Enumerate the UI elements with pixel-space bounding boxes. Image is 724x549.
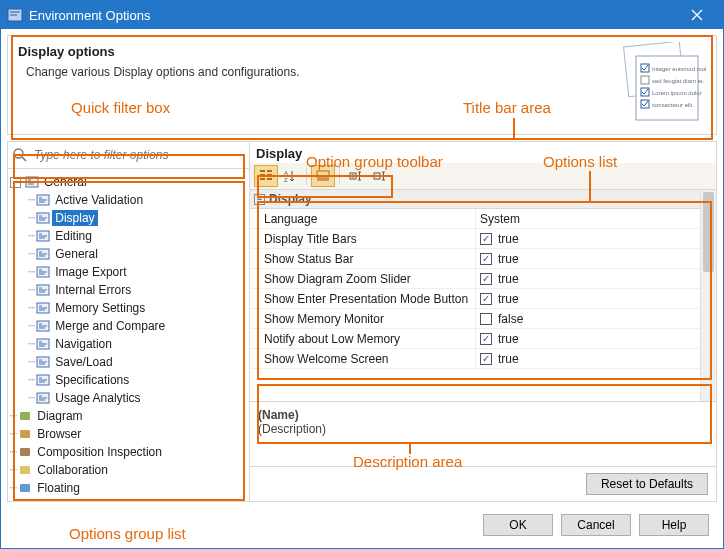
svg-rect-35	[267, 174, 272, 176]
svg-point-11	[14, 149, 23, 158]
checkbox[interactable]: ✓	[480, 233, 492, 245]
ok-button[interactable]: OK	[483, 514, 553, 536]
tree-item[interactable]: Editing	[52, 228, 95, 244]
tree-item[interactable]: Usage Analytics	[52, 390, 143, 406]
tree-item-general[interactable]: General	[41, 174, 90, 190]
svg-rect-39	[317, 171, 329, 177]
option-value: true	[498, 352, 519, 366]
option-row[interactable]: Show Enter Presentation Mode Button✓true	[250, 289, 700, 309]
svg-rect-40	[317, 178, 329, 181]
option-row[interactable]: Show Diagram Zoom Slider✓true	[250, 269, 700, 289]
toolbar-categorized-button[interactable]	[254, 165, 278, 187]
scrollbar[interactable]	[700, 190, 716, 401]
leaf-icon	[36, 211, 50, 225]
app-icon	[7, 7, 23, 23]
checkbox[interactable]: ✓	[480, 273, 492, 285]
filter-input[interactable]	[32, 146, 245, 164]
svg-text:Z: Z	[284, 177, 288, 183]
tree-item[interactable]: Collaboration	[34, 462, 111, 478]
tree-item[interactable]: Specifications	[52, 372, 132, 388]
header-subtitle: Change various Display options and confi…	[26, 65, 706, 79]
tree-item[interactable]: Browser	[34, 426, 84, 442]
search-icon	[12, 147, 28, 163]
leaf-icon	[36, 229, 50, 243]
svg-text:A: A	[284, 170, 288, 176]
option-name: Show Status Bar	[250, 252, 475, 266]
category-icon	[18, 463, 32, 477]
option-name: Show Memory Monitor	[250, 312, 475, 326]
leaf-icon	[36, 373, 50, 387]
tree-item[interactable]: Composition Inspection	[34, 444, 165, 460]
svg-rect-36	[267, 178, 272, 180]
checkbox[interactable]: ✓	[480, 253, 492, 265]
option-value: System	[480, 212, 520, 226]
tree-item[interactable]: Network	[34, 498, 84, 501]
option-name: Language	[250, 212, 475, 226]
close-button[interactable]	[677, 1, 717, 29]
toolbar-alphabetical-button[interactable]: AZ	[278, 165, 302, 187]
cancel-button[interactable]: Cancel	[561, 514, 631, 536]
option-row[interactable]: Show Status Bar✓true	[250, 249, 700, 269]
tree-item[interactable]: Active Validation	[52, 192, 146, 208]
svg-rect-26	[20, 430, 30, 438]
option-value: true	[498, 252, 519, 266]
body-box: −General┈Active Validation┈Display┈Editi…	[7, 141, 717, 502]
tree-item[interactable]: General	[52, 246, 101, 262]
toolbar-expand-button[interactable]	[344, 165, 368, 187]
leaf-icon	[36, 247, 50, 261]
content: Display options Change various Display o…	[1, 29, 723, 548]
option-name: Display Title Bars	[250, 232, 475, 246]
tree-toggle[interactable]: −	[10, 177, 21, 188]
dialog-buttons: OK Cancel Help	[7, 508, 717, 542]
tree-item[interactable]: Save/Load	[52, 354, 115, 370]
tree-item[interactable]: Internal Errors	[52, 282, 134, 298]
option-name: Notify about Low Memory	[250, 332, 475, 346]
option-row[interactable]: Show Memory Monitorfalse	[250, 309, 700, 329]
option-row[interactable]: LanguageSystem	[250, 209, 700, 229]
svg-text:sed feugiat diam et.: sed feugiat diam et.	[652, 78, 705, 84]
svg-text:Integer euismod mollis: Integer euismod mollis	[652, 66, 706, 72]
option-row[interactable]: Show Welcome Screen✓true	[250, 349, 700, 369]
tree-item[interactable]: Navigation	[52, 336, 115, 352]
header-box: Display options Change various Display o…	[7, 35, 717, 135]
leaf-icon	[36, 301, 50, 315]
toolbar-collapse-button[interactable]	[368, 165, 392, 187]
svg-rect-32	[260, 174, 265, 176]
option-row[interactable]: Display Title Bars✓true	[250, 229, 700, 249]
svg-rect-29	[20, 484, 30, 492]
checkbox[interactable]: ✓	[480, 353, 492, 365]
tree-item[interactable]: Floating	[34, 480, 83, 496]
tree-item[interactable]: Diagram	[34, 408, 85, 424]
reset-to-defaults-button[interactable]: Reset to Defaults	[586, 473, 708, 495]
options-list: −DisplayLanguageSystemDisplay Title Bars…	[250, 190, 700, 401]
right-column: Display AZ	[250, 142, 716, 501]
checkbox[interactable]	[480, 313, 492, 325]
svg-rect-25	[20, 412, 30, 420]
option-value: true	[498, 272, 519, 286]
help-button[interactable]: Help	[639, 514, 709, 536]
filter-row	[8, 142, 249, 169]
svg-rect-27	[20, 448, 30, 456]
checkbox[interactable]: ✓	[480, 333, 492, 345]
option-row[interactable]: Notify about Low Memory✓true	[250, 329, 700, 349]
option-group-header[interactable]: −Display	[250, 190, 700, 209]
category-icon	[18, 481, 32, 495]
tree-item[interactable]: Memory Settings	[52, 300, 148, 316]
toolbar-show-description-button[interactable]	[311, 165, 335, 187]
scrollbar-thumb[interactable]	[703, 192, 714, 272]
description-area: (Name) (Description)	[250, 402, 716, 466]
options-tree[interactable]: −General┈Active Validation┈Display┈Editi…	[8, 169, 249, 501]
option-name: Show Welcome Screen	[250, 352, 475, 366]
tree-item[interactable]: Merge and Compare	[52, 318, 168, 334]
category-icon	[18, 499, 32, 501]
svg-rect-5	[641, 76, 649, 84]
window: Environment Options Display options Chan…	[0, 0, 724, 549]
tree-item[interactable]: Display	[52, 210, 97, 226]
svg-text:consectetur elit.: consectetur elit.	[652, 102, 694, 108]
header-title: Display options	[18, 44, 706, 59]
checkbox[interactable]: ✓	[480, 293, 492, 305]
tree-item[interactable]: Image Export	[52, 264, 129, 280]
option-group-toolbar: AZ	[250, 163, 716, 190]
svg-rect-34	[267, 170, 272, 172]
description-text: (Description)	[258, 422, 708, 436]
